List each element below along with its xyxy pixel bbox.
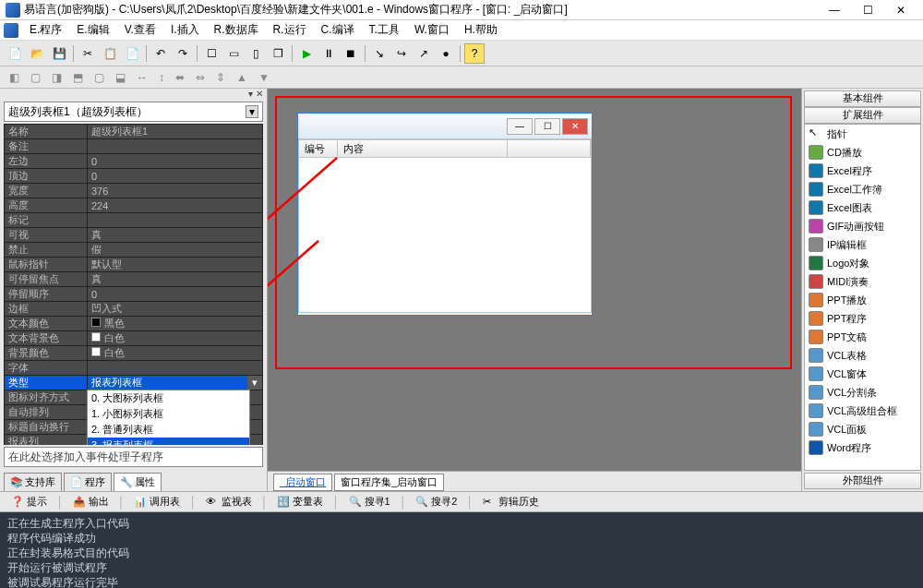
same-width-button[interactable]: ↔ xyxy=(133,69,151,86)
minimize-button[interactable]: — xyxy=(818,0,851,20)
same-height-button[interactable]: ↕ xyxy=(155,69,168,86)
maximize-button[interactable]: ☐ xyxy=(851,0,884,20)
property-value[interactable]: 白色 xyxy=(88,346,263,361)
tab-program[interactable]: 📄程序 xyxy=(64,473,112,491)
toolbox-item[interactable]: CD播放 xyxy=(805,143,920,162)
menu-run[interactable]: R.运行 xyxy=(266,20,314,40)
property-value[interactable]: 0 xyxy=(88,169,263,184)
dropdown-icon[interactable]: ▾ xyxy=(246,105,258,118)
undo-button[interactable]: ↶ xyxy=(150,43,171,64)
property-value[interactable]: 真 xyxy=(88,272,263,287)
align-center-button[interactable]: ▢ xyxy=(27,69,44,86)
property-row[interactable]: 可视真 xyxy=(5,228,263,243)
bottom-tab[interactable]: 📊调用表 xyxy=(128,493,186,510)
menu-edit[interactable]: E.编辑 xyxy=(69,20,116,40)
property-row[interactable]: 文本背景色白色 xyxy=(5,331,263,346)
panel-toggle-icon[interactable]: ▾ ✕ xyxy=(248,89,263,100)
property-value[interactable] xyxy=(88,139,263,154)
toolbox-item[interactable]: VCL面板 xyxy=(805,420,920,438)
step-into-button[interactable]: ↘ xyxy=(369,43,390,64)
toolbox-item[interactable]: Excel工作簿 xyxy=(805,180,920,198)
save-button[interactable]: 💾 xyxy=(49,43,69,64)
property-row[interactable]: 顶边0 xyxy=(5,169,263,184)
property-row[interactable]: 类型报表列表框▾ xyxy=(5,376,263,390)
bottom-tab[interactable]: 👁监视表 xyxy=(200,493,258,510)
property-row[interactable]: 禁止假 xyxy=(5,243,263,258)
menu-insert[interactable]: I.插入 xyxy=(163,20,207,40)
bottom-tab[interactable]: ✂剪辑历史 xyxy=(477,493,545,510)
property-row[interactable]: 边框凹入式 xyxy=(5,302,263,317)
property-row[interactable]: 可停留焦点真 xyxy=(5,272,263,287)
center-v-button[interactable]: ⇕ xyxy=(212,69,229,86)
step-out-button[interactable]: ↗ xyxy=(414,43,434,64)
toolbox-item[interactable]: ↖指针 xyxy=(805,125,920,143)
run-button[interactable]: ▶ xyxy=(296,43,317,64)
property-row[interactable]: 高度224 xyxy=(5,198,263,213)
toolbox-item[interactable]: PPT程序 xyxy=(805,309,920,328)
column-header-content[interactable]: 内容 xyxy=(338,140,508,157)
designer-canvas[interactable]: — ☐ ✕ 编号 内容 _启动窗口 xyxy=(268,89,801,491)
send-back-button[interactable]: ▼ xyxy=(255,69,273,86)
align-middle-button[interactable]: ▢ xyxy=(90,69,108,86)
event-selector[interactable]: 在此处选择加入事件处理子程序 xyxy=(4,447,263,467)
property-value[interactable]: 黑色 xyxy=(88,317,263,331)
tab-support-lib[interactable]: 📚支持库 xyxy=(4,473,62,491)
menu-view[interactable]: V.查看 xyxy=(117,20,163,40)
property-value[interactable]: 376 xyxy=(88,184,263,198)
dropdown-option[interactable]: 0. 大图标列表框 xyxy=(88,390,249,406)
menu-help[interactable]: H.帮助 xyxy=(457,20,505,40)
toolbox-item[interactable]: PPT文稿 xyxy=(805,328,920,346)
toolbox-item[interactable]: Logo对象 xyxy=(805,254,920,272)
tile-h-button[interactable]: ▭ xyxy=(223,43,244,64)
new-button[interactable]: 📄 xyxy=(5,43,25,64)
property-value[interactable]: 白色 xyxy=(88,331,263,346)
bottom-tab[interactable]: 🔍搜寻1 xyxy=(343,493,396,510)
breakpoint-button[interactable]: ● xyxy=(436,43,456,64)
cascade-button[interactable]: ❐ xyxy=(268,43,288,64)
menu-program[interactable]: E.程序 xyxy=(22,20,69,40)
toolbox-item[interactable]: VCL表格 xyxy=(805,346,920,365)
toolbox-item[interactable]: VCL高级组合框 xyxy=(805,402,920,420)
menu-database[interactable]: R.数据库 xyxy=(207,20,266,40)
property-row[interactable]: 鼠标指针默认型 xyxy=(5,258,263,272)
step-over-button[interactable]: ↪ xyxy=(391,43,412,64)
toolbox-item[interactable]: Excel程序 xyxy=(805,162,920,180)
paste-button[interactable]: 📄 xyxy=(122,43,142,64)
listview-header[interactable]: 编号 内容 xyxy=(298,139,592,158)
dropdown-option[interactable]: 2. 普通列表框 xyxy=(88,422,249,438)
win-close-button[interactable]: ✕ xyxy=(562,118,588,135)
bottom-tab[interactable]: ❓提示 xyxy=(6,493,53,510)
design-window[interactable]: — ☐ ✕ 编号 内容 xyxy=(297,113,593,316)
property-row[interactable]: 文本颜色黑色 xyxy=(5,317,263,331)
property-value[interactable]: 超级列表框1 xyxy=(88,125,263,139)
property-value[interactable]: 0 xyxy=(88,154,263,169)
tab-window-procset[interactable]: 窗口程序集_启动窗口 xyxy=(334,474,444,491)
property-value[interactable] xyxy=(88,213,263,228)
tile-v-button[interactable]: ▯ xyxy=(246,43,266,64)
toolbox-ext-header[interactable]: 扩展组件 xyxy=(804,107,921,124)
toolbox-item[interactable]: GIF动画按钮 xyxy=(805,217,920,235)
dropdown-option[interactable]: 3. 报表列表框 xyxy=(88,438,249,445)
copy-button[interactable]: 📋 xyxy=(100,43,120,64)
property-row[interactable]: 名称超级列表框1 xyxy=(5,125,263,139)
property-value[interactable]: 凹入式 xyxy=(88,302,263,317)
align-left-button[interactable]: ◧ xyxy=(6,69,23,86)
open-button[interactable]: 📂 xyxy=(27,43,47,64)
menu-window[interactable]: W.窗口 xyxy=(407,20,457,40)
toolbox-item[interactable]: VCL窗体 xyxy=(805,365,920,383)
pause-button[interactable]: ⏸ xyxy=(318,43,339,64)
toolbox-list[interactable]: ↖指针CD播放Excel程序Excel工作簿Excel图表GIF动画按钮IP编辑… xyxy=(804,124,921,471)
property-value[interactable] xyxy=(88,361,263,376)
toolbox-item[interactable]: MIDI演奏 xyxy=(805,272,920,291)
property-row[interactable]: 标记 xyxy=(5,213,263,228)
output-console[interactable]: 正在生成主程序入口代码程序代码编译成功正在封装易格式目的代码开始运行被调试程序被… xyxy=(0,512,923,588)
menu-tools[interactable]: T.工具 xyxy=(362,20,407,40)
win-minimize-button[interactable]: — xyxy=(507,118,533,135)
close-button[interactable]: ✕ xyxy=(884,0,917,20)
toolbox-item[interactable]: Word程序 xyxy=(805,438,920,457)
property-value[interactable]: 0 xyxy=(88,287,263,302)
align-top-button[interactable]: ⬒ xyxy=(69,69,87,86)
property-value[interactable]: 默认型 xyxy=(88,258,263,272)
stop-button[interactable]: ⏹ xyxy=(341,43,361,64)
bring-front-button[interactable]: ▲ xyxy=(233,69,251,86)
